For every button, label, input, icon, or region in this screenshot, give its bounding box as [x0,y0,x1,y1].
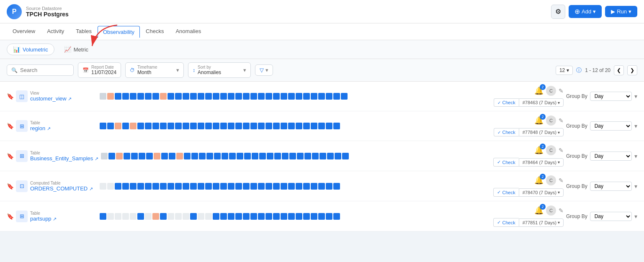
row-meta: View customer_view ↗ [30,91,97,102]
copy-icon[interactable]: C [546,145,556,155]
sort-filter[interactable]: ↕ Sort by Anomalies ▾ [188,62,251,78]
logo: P [7,4,22,19]
copy-icon[interactable]: C [546,86,556,96]
edit-icon[interactable]: ✎ [559,177,564,184]
filter-button[interactable]: ▽ ▾ [255,64,273,76]
row-name[interactable]: partsupp ↗ [30,216,97,222]
sort-chevron-icon: ▾ [243,67,246,73]
run-label: Run [617,8,627,15]
bookmark-icon[interactable]: 🔖 [7,123,13,129]
group-by-section: Group By Day ▾ [566,182,637,191]
pagination-info: 1 - 12 of 20 [585,67,611,73]
next-page-button[interactable]: ❯ [627,65,637,75]
gear-button[interactable]: ⚙ [551,5,565,19]
expand-icon[interactable]: ▾ [634,183,637,190]
list-item: 🔖 ⊡ Computed Table ORDERS_COMPUTED ↗ [0,171,644,201]
report-date-filter[interactable]: 📅 Report Date 11/07/2024 [78,62,121,78]
row-name[interactable]: region ↗ [30,125,97,131]
row-name[interactable]: customer_view ↗ [30,95,97,102]
search-input[interactable] [20,67,69,73]
copy-icon[interactable]: C [546,116,556,126]
check-label: Check [502,100,515,105]
check-id-button[interactable]: #77848 (7 Days) ▾ [519,128,564,136]
nav-item-overview[interactable]: Overview [7,24,41,39]
expand-icon[interactable]: ▾ [634,213,637,220]
bookmark-icon[interactable]: 🔖 [7,213,13,220]
sort-label: Sort by [198,65,241,69]
nav-item-checks[interactable]: Checks [140,24,170,39]
check-id-button[interactable]: #78464 (7 Days) ▾ [519,158,564,167]
badge: 2 [540,114,546,120]
nav-item-observability[interactable]: Observability [98,26,140,38]
group-by-section: Group By Day ▾ [566,121,637,131]
run-button[interactable]: ▶ Run ▾ [605,6,637,17]
nav-item-anomalies[interactable]: Anomalies [170,24,207,39]
search-box[interactable]: 🔍 [7,64,74,76]
nav: Overview Activity Tables Observability C… [0,23,644,40]
group-by-select[interactable]: Day [590,152,632,161]
row-icon: ⊡ [16,180,28,192]
edit-icon[interactable]: ✎ [559,87,564,94]
bookmark-icon[interactable]: 🔖 [7,153,13,159]
tab-metric[interactable]: 📈 Metric [58,44,95,55]
prev-page-button[interactable]: ❮ [614,65,624,75]
check-id-button[interactable]: #77851 (7 Days) ▾ [519,218,564,227]
edit-icon[interactable]: ✎ [559,207,564,214]
search-icon: 🔍 [11,67,18,73]
bookmark-icon[interactable]: 🔖 [7,93,13,100]
data-list: 🔖 ◫ View customer_view ↗ [0,82,644,231]
filter-icon: ▽ [260,67,264,73]
group-by-select[interactable]: Day [590,212,632,221]
check-button[interactable]: ✓ Check [494,98,518,107]
row-right-actions: 🔔 2 C ✎ ✓ Check #77851 (7 Days) [493,205,564,227]
timeframe-filter[interactable]: ⏱ Timeframe Month ▾ [125,62,184,78]
check-button[interactable]: ✓ Check [493,158,518,167]
add-chevron-icon: ▾ [593,8,596,15]
row-type: Computed Table [30,181,97,185]
row-name[interactable]: ORDERS_COMPUTED ↗ [30,185,97,192]
group-by-label: Group By [566,213,587,219]
check-button[interactable]: ✓ Check [493,218,518,227]
page-size-chevron-icon: ▾ [567,67,569,73]
badge: 2 [540,204,546,210]
nav-item-activity[interactable]: Activity [41,24,70,39]
edit-icon[interactable]: ✎ [559,117,564,124]
volumetric-icon: 📊 [13,46,20,53]
nav-item-tables[interactable]: Tables [70,24,98,39]
expand-icon[interactable]: ▾ [634,153,637,159]
check-button[interactable]: ✓ Check [494,128,518,136]
tab-volumetric[interactable]: 📊 Volumetric [7,44,54,55]
row-type: Table [30,151,98,155]
add-label: Add [582,8,591,15]
source-label: Source Datastore [26,6,69,11]
page-size-select[interactable]: 12 ▾ [556,66,573,75]
copy-icon[interactable]: C [546,205,556,216]
check-button[interactable]: ✓ Check [493,188,518,197]
expand-icon[interactable]: ▾ [634,93,637,100]
check-id-button[interactable]: #78463 (7 Days) ▾ [519,98,564,107]
expand-icon[interactable]: ▾ [634,123,637,129]
bookmark-icon[interactable]: 🔖 [7,183,13,190]
badge: 2 [540,174,546,180]
group-by-label: Group By [566,123,587,129]
check-chevron-icon: ▾ [558,160,560,164]
row-meta: Computed Table ORDERS_COMPUTED ↗ [30,181,97,192]
edit-icon[interactable]: ✎ [559,147,564,154]
group-by-select[interactable]: Day [590,121,632,131]
header: P Source Datastore TPCH Postgres ⚙ ⊕ Add… [0,0,644,23]
copy-icon[interactable]: C [546,175,556,185]
check-id-button[interactable]: #78470 (7 Days) ▾ [519,188,564,197]
timeframe-label: Timeframe [137,65,174,69]
group-by-select[interactable]: Day [590,182,632,191]
add-button[interactable]: ⊕ Add ▾ [569,5,602,18]
run-chevron-icon: ▾ [629,8,631,15]
row-meta: Table Business_Entity_Samples ↗ [30,151,98,162]
row-right-actions: 🔔 2 C ✎ ✓ Check #78464 (7 Days) [493,145,564,167]
row-name[interactable]: Business_Entity_Samples ↗ [30,155,98,162]
list-item: 🔖 ⊞ Table Business_Entity_Samples ↗ [0,141,644,171]
row-meta: Table partsupp ↗ [30,211,97,222]
check-chevron-icon: ▾ [558,100,560,105]
group-by-select[interactable]: Day [590,92,632,101]
row-right-actions: 🔔 2 C ✎ ✓ Check #77848 (7 Days) [494,116,564,136]
calendar-icon: 📅 [82,67,89,73]
